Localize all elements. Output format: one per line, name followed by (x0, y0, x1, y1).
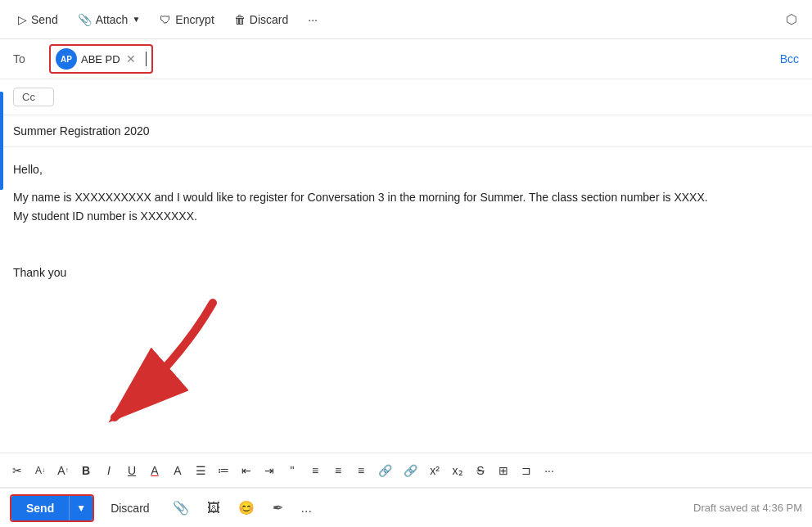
send-icon: ▷ (18, 13, 27, 26)
bottom-signature-icon: ✒ (273, 501, 283, 515)
link-button[interactable]: 🔗 (373, 459, 397, 482)
more-format-button[interactable]: ··· (539, 459, 560, 482)
send-button[interactable]: Send (11, 496, 69, 520)
font-size-increase-button[interactable]: A↑ (52, 459, 74, 482)
link2-button[interactable]: 🔗 (399, 459, 422, 482)
body-line1: Hello, (13, 160, 799, 178)
bottom-emoji-button[interactable]: 😊 (232, 495, 261, 520)
text-cursor (146, 52, 147, 66)
align-left-button[interactable]: ☰ (190, 459, 211, 482)
cc-field-box[interactable]: Cc (13, 88, 54, 106)
bottom-more-icon: ... (301, 501, 312, 515)
font-color-button[interactable]: A (144, 459, 165, 482)
email-body[interactable]: Hello, My name is XXXXXXXXXX and I would… (0, 147, 812, 453)
send-dropdown-icon: ▼ (76, 502, 86, 514)
increase-indent-button[interactable]: ⇥ (259, 459, 280, 482)
highlight-button[interactable]: A (167, 459, 188, 482)
encrypt-toolbar-button[interactable]: 🛡 Encrypt (151, 8, 222, 31)
table-button[interactable]: ⊞ (493, 459, 514, 482)
bold-button[interactable]: B (75, 459, 97, 482)
cc-label: Cc (22, 91, 35, 103)
send-dropdown-button[interactable]: ▼ (69, 496, 92, 520)
recipient-chip: AP ABE PD ✕ (56, 48, 138, 70)
decrease-indent-button[interactable]: ⇤ (236, 459, 257, 482)
cc-field-row: Cc (0, 79, 812, 115)
bottom-emoji-icon: 😊 (238, 501, 255, 515)
encrypt-toolbar-label: Encrypt (175, 13, 214, 26)
attach-toolbar-button[interactable]: 📎 Attach ▼ (70, 8, 149, 31)
attach-icon: 📎 (78, 13, 92, 26)
attach-toolbar-label: Attach (96, 13, 129, 26)
recipient-name: ABE PD (81, 53, 120, 65)
body-line4 (13, 235, 799, 253)
avatar: AP (56, 48, 77, 70)
quote-button[interactable]: " (282, 459, 303, 482)
rtl-button[interactable]: ⊐ (516, 459, 537, 482)
align-center-button[interactable]: ≡ (304, 459, 326, 482)
italic-button[interactable]: I (98, 459, 120, 482)
font-size-decrease-button[interactable]: A↓ (29, 459, 51, 482)
discard-toolbar-button[interactable]: 🗑 Discard (226, 8, 296, 31)
bottom-more-button[interactable]: ... (295, 496, 318, 520)
subscript-button[interactable]: x₂ (447, 459, 468, 482)
more-icon: ··· (308, 13, 318, 26)
top-toolbar: ▷ Send 📎 Attach ▼ 🛡 Encrypt 🗑 Discard ··… (0, 0, 812, 39)
attach-dropdown-icon: ▼ (132, 15, 140, 24)
compose-area: To AP ABE PD ✕ Bcc Cc Summer Registratio… (0, 39, 812, 527)
send-toolbar-button[interactable]: ▷ Send (10, 8, 66, 31)
more-toolbar-button[interactable]: ··· (300, 8, 326, 31)
body-thanks: Thank you (13, 264, 799, 282)
bottom-attach-icon: 📎 (173, 501, 189, 515)
to-field-row: To AP ABE PD ✕ Bcc (0, 39, 812, 79)
popout-button[interactable]: ⬡ (781, 7, 802, 32)
remove-recipient-button[interactable]: ✕ (124, 53, 138, 65)
bottom-image-button[interactable]: 🖼 (201, 496, 227, 520)
send-button-group: Send ▼ (10, 494, 94, 522)
bcc-link[interactable]: Bcc (780, 52, 799, 65)
numbering-button[interactable]: ≔ (213, 459, 234, 482)
discard-button[interactable]: Discard (99, 496, 160, 520)
strikethrough-button[interactable]: S (470, 459, 491, 482)
left-accent-bar (0, 92, 3, 190)
encrypt-icon: 🛡 (160, 13, 171, 26)
discard-toolbar-label: Discard (250, 13, 288, 26)
underline-button[interactable]: U (121, 459, 142, 482)
justify-button[interactable]: ≡ (350, 459, 372, 482)
format-toolbar: ✂ A↓ A↑ B I U A A ☰ ≔ ⇤ ⇥ " ≡ ≡ ≡ 🔗 🔗 (0, 453, 812, 488)
discard-icon: 🗑 (234, 13, 246, 26)
bottom-signature-button[interactable]: ✒ (266, 495, 290, 520)
to-label: To (13, 52, 43, 65)
send-toolbar-label: Send (31, 13, 58, 26)
popout-icon: ⬡ (786, 12, 797, 26)
to-field-box[interactable]: AP ABE PD ✕ (49, 44, 153, 74)
bottom-attach-button[interactable]: 📎 (166, 495, 196, 520)
bottom-image-icon: 🖼 (207, 501, 220, 515)
subject-text: Summer Registration 2020 (13, 124, 150, 137)
draft-status: Draft saved at 4:36 PM (693, 502, 802, 514)
superscript-button[interactable]: x² (424, 459, 445, 482)
bottom-bar: Send ▼ Discard 📎 🖼 😊 ✒ ... Draft saved a (0, 488, 812, 527)
subject-row[interactable]: Summer Registration 2020 (0, 115, 812, 147)
align-right-button[interactable]: ≡ (327, 459, 349, 482)
body-line2: My name is XXXXXXXXXX and I would like t… (13, 188, 799, 225)
cut-button[interactable]: ✂ (7, 459, 28, 482)
